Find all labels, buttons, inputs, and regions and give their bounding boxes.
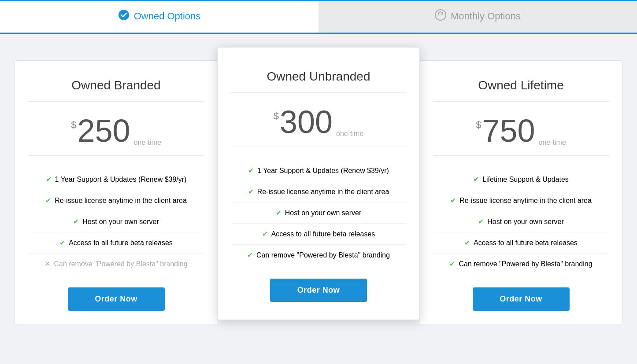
feature-text-unbranded-4: Can remove "Powered by Blesta" branding [256,251,390,259]
check-icon: ✔ [450,196,456,205]
feature-text-unbranded-3: Access to all future beta releases [271,230,375,238]
check-icon: ✔ [262,230,268,238]
feature-text-branded-2: Host on your own server [82,218,159,226]
feature-unbranded-0: ✔ 1 Year Support & Updates (Renew $39/yr… [231,160,406,181]
check-icon: ✔ [73,217,79,226]
tab-bar: Owned Options Monthly Options [0,0,637,34]
feature-branded-0: ✔ 1 Year Support & Updates (Renew $39/yr… [28,169,204,190]
feature-text-lifetime-4: Can remove "Powered by Blesta" branding [459,260,592,268]
currency-unbranded: $ [274,110,279,122]
price-amount-unbranded: 300 [280,106,333,138]
feature-text-unbranded-0: 1 Year Support & Updates (Renew $39/yr) [257,167,389,175]
tab-owned-options[interactable]: Owned Options [0,0,318,33]
tab-monthly-label: Monthly Options [451,11,521,22]
features-lifetime: ✔ Lifetime Support & Updates ✔ Re-issue … [433,169,609,274]
checkmark-circle-icon [118,9,130,23]
feature-text-unbranded-1: Re-issue license anytime in the client a… [257,188,389,196]
plan-price-branded: $ 250 one-time [28,115,204,156]
feature-text-lifetime-0: Lifetime Support & Updates [482,176,569,184]
plan-price-unbranded: $ 300 one-time [231,106,406,147]
feature-branded-4: ✕ Can remove "Powered by Blesta" brandin… [28,254,204,274]
check-icon: ✔ [276,209,281,217]
feature-unbranded-4: ✔ Can remove "Powered by Blesta" brandin… [231,245,406,265]
feature-text-unbranded-2: Host on your own server [285,209,361,217]
check-icon: ✔ [248,188,254,196]
check-icon: ✔ [247,251,253,259]
check-icon: ✔ [46,175,52,184]
tab-owned-label: Owned Options [134,11,201,22]
plan-title-unbranded: Owned Unbranded [231,70,406,93]
check-icon: ✔ [464,239,470,247]
feature-unbranded-1: ✔ Re-issue license anytime in the client… [231,181,406,202]
feature-lifetime-2: ✔ Host on your own server [433,211,609,232]
feature-branded-1: ✔ Re-issue license anytime in the client… [28,190,204,211]
check-icon: ✔ [45,196,51,205]
feature-text-lifetime-2: Host on your own server [487,218,563,226]
cross-icon: ✕ [44,260,50,268]
features-unbranded: ✔ 1 Year Support & Updates (Renew $39/yr… [231,160,406,265]
price-period-lifetime: one-time [539,139,566,147]
features-branded: ✔ 1 Year Support & Updates (Renew $39/yr… [28,169,204,274]
order-button-lifetime[interactable]: Order Now [473,287,570,311]
plan-title-branded: Owned Branded [28,78,204,102]
feature-branded-2: ✔ Host on your own server [28,211,204,232]
feature-unbranded-3: ✔ Access to all future beta releases [231,224,406,245]
currency-lifetime: $ [476,119,481,131]
check-icon: ✔ [248,166,254,175]
plan-price-lifetime: $ 750 one-time [433,115,609,156]
feature-text-branded-0: 1 Year Support & Updates (Renew $39/yr) [55,176,187,184]
plan-title-lifetime: Owned Lifetime [433,78,609,102]
price-amount-branded: 250 [77,115,130,147]
refresh-circle-icon [435,9,446,23]
plan-card-branded: Owned Branded $ 250 one-time ✔ 1 Year Su… [15,60,217,324]
feature-branded-3: ✔ Access to all future beta releases [28,232,204,254]
plan-card-lifetime: Owned Lifetime $ 750 one-time ✔ Lifetime… [420,60,622,324]
feature-unbranded-2: ✔ Host on your own server [231,202,406,224]
feature-lifetime-3: ✔ Access to all future beta releases [433,232,609,254]
plan-card-unbranded: Owned Unbranded $ 300 one-time ✔ 1 Year … [217,47,420,320]
currency-branded: $ [71,119,76,131]
check-icon: ✔ [449,260,455,268]
svg-point-1 [435,10,446,20]
feature-text-lifetime-1: Re-issue license anytime in the client a… [459,197,592,205]
price-period-unbranded: one-time [336,130,363,138]
feature-lifetime-1: ✔ Re-issue license anytime in the client… [433,190,609,211]
tab-monthly-options[interactable]: Monthly Options [318,0,637,33]
price-amount-lifetime: 750 [482,115,535,147]
svg-point-0 [119,10,129,20]
pricing-area: Owned Branded $ 250 one-time ✔ 1 Year Su… [0,34,637,342]
check-icon: ✔ [478,217,484,226]
feature-text-branded-1: Re-issue license anytime in the client a… [55,197,187,205]
check-icon: ✔ [59,239,65,247]
feature-lifetime-0: ✔ Lifetime Support & Updates [433,169,609,190]
feature-text-branded-4: Can remove "Powered by Blesta" branding [54,260,187,268]
feature-text-branded-3: Access to all future beta releases [69,239,173,247]
order-button-unbranded[interactable]: Order Now [270,279,367,302]
check-icon: ✔ [473,175,479,184]
order-button-branded[interactable]: Order Now [68,287,165,311]
price-period-branded: one-time [134,139,161,147]
feature-lifetime-4: ✔ Can remove "Powered by Blesta" brandin… [433,254,609,274]
feature-text-lifetime-3: Access to all future beta releases [474,239,578,247]
